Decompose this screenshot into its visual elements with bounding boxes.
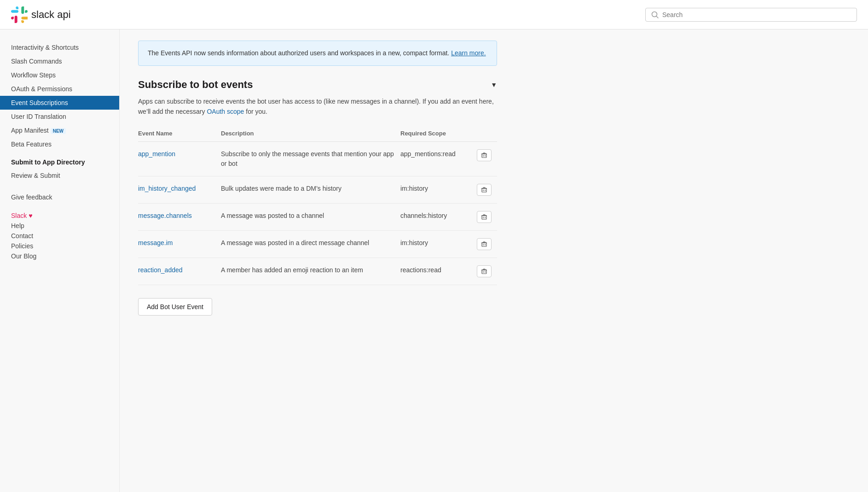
logo-text: slack api — [31, 9, 71, 21]
event-scope-3: im:history — [400, 230, 474, 258]
search-icon — [651, 11, 659, 18]
section-desc-part1: Apps can subscribe to receive events the… — [138, 98, 494, 115]
col-event-name: Event Name — [138, 126, 221, 142]
event-action-4 — [474, 258, 497, 285]
event-scope-2: channels:history — [400, 203, 474, 230]
layout: Interactivity & Shortcuts Slash Commands… — [0, 29, 868, 492]
section-desc-part2: for you. — [244, 108, 267, 115]
sidebar-nav-item-review-submit[interactable]: Review & Submit — [0, 169, 119, 182]
info-banner: The Events API now sends information abo… — [138, 41, 497, 66]
sidebar-section-title: Submit to App Directory — [0, 151, 119, 169]
table-row: im_history_changed Bulk updates were mad… — [138, 176, 497, 203]
footer-help[interactable]: Help — [11, 222, 108, 229]
trash-icon — [481, 152, 487, 158]
delete-button-2[interactable] — [477, 211, 492, 223]
event-desc-3: A message was posted in a direct message… — [221, 230, 400, 258]
search-input[interactable] — [662, 11, 851, 18]
heart-icon: ♥ — [29, 212, 32, 219]
svg-rect-30 — [482, 270, 486, 274]
trash-icon — [481, 187, 487, 193]
footer-blog[interactable]: Our Blog — [11, 252, 108, 260]
event-desc-2: A message was posted to a channel — [221, 203, 400, 230]
section-description: Apps can subscribe to receive events the… — [138, 96, 497, 117]
delete-button-4[interactable] — [477, 265, 492, 277]
svg-rect-9 — [482, 188, 486, 192]
main-content: The Events API now sends information abo… — [120, 29, 515, 492]
sidebar-nav-item-workflow-steps[interactable]: Workflow Steps — [0, 68, 119, 82]
app-manifest-label: App Manifest — [11, 127, 49, 134]
table-row: reaction_added A member has added an emo… — [138, 258, 497, 285]
table-header: Event Name Description Required Scope — [138, 126, 497, 142]
table-body: app_mention Subscribe to only the messag… — [138, 141, 497, 285]
give-feedback-link[interactable]: Give feedback — [0, 190, 119, 201]
svg-rect-2 — [482, 154, 486, 158]
event-action-2 — [474, 203, 497, 230]
event-scope-0: app_mentions:read — [400, 141, 474, 176]
event-desc-0: Subscribe to only the message events tha… — [221, 141, 400, 176]
header: slack api — [0, 0, 868, 29]
search-box[interactable] — [645, 8, 857, 22]
event-name-3[interactable]: message.im — [138, 230, 221, 258]
slack-label: Slack — [11, 212, 27, 219]
col-required-scope: Required Scope — [400, 126, 474, 142]
sidebar-nav-item-app-manifest[interactable]: App ManifestNEW — [0, 123, 119, 137]
col-description: Description — [221, 126, 400, 142]
trash-icon — [481, 268, 487, 275]
svg-rect-23 — [482, 243, 486, 246]
oauth-scope-link[interactable]: OAuth scope — [207, 108, 244, 115]
table-row: message.channels A message was posted to… — [138, 203, 497, 230]
event-name-0[interactable]: app_mention — [138, 141, 221, 176]
info-banner-text: The Events API now sends information abo… — [148, 49, 449, 57]
event-desc-4: A member has added an emoji reaction to … — [221, 258, 400, 285]
add-bot-user-event-button[interactable]: Add Bot User Event — [138, 298, 212, 316]
delete-button-3[interactable] — [477, 238, 492, 250]
svg-line-1 — [656, 16, 658, 18]
table-row: message.im A message was posted in a dir… — [138, 230, 497, 258]
sidebar-nav-item-interactivity[interactable]: Interactivity & Shortcuts — [0, 41, 119, 54]
trash-icon — [481, 214, 487, 220]
sidebar-nav-item-beta-features[interactable]: Beta Features — [0, 137, 119, 151]
sidebar-nav-item-oauth[interactable]: OAuth & Permissions — [0, 82, 119, 96]
event-desc-1: Bulk updates were made to a DM’s history — [221, 176, 400, 203]
event-action-1 — [474, 176, 497, 203]
footer-contact[interactable]: Contact — [11, 232, 108, 240]
collapse-arrow-icon[interactable]: ▼ — [491, 81, 497, 88]
sidebar-nav-item-event-subscriptions[interactable]: Event Subscriptions — [0, 96, 119, 110]
event-scope-1: im:history — [400, 176, 474, 203]
event-name-4[interactable]: reaction_added — [138, 258, 221, 285]
learn-more-link[interactable]: Learn more. — [451, 49, 486, 57]
section-title: Subscribe to bot events — [138, 79, 253, 91]
event-scope-4: reactions:read — [400, 258, 474, 285]
events-table: Event Name Description Required Scope ap… — [138, 126, 497, 285]
sidebar: Interactivity & Shortcuts Slash Commands… — [0, 29, 120, 492]
delete-button-0[interactable] — [477, 149, 492, 161]
slack-heart-item[interactable]: Slack ♥ — [11, 212, 108, 219]
col-action — [474, 126, 497, 142]
footer-policies[interactable]: Policies — [11, 242, 108, 250]
new-badge: NEW — [51, 128, 66, 134]
event-name-1[interactable]: im_history_changed — [138, 176, 221, 203]
sidebar-footer: Slack ♥ Help Contact Policies Our Blog — [0, 201, 119, 260]
event-action-0 — [474, 141, 497, 176]
table-row: app_mention Subscribe to only the messag… — [138, 141, 497, 176]
logo: slack api — [11, 6, 71, 23]
event-name-2[interactable]: message.channels — [138, 203, 221, 230]
event-action-3 — [474, 230, 497, 258]
table-header-row: Event Name Description Required Scope — [138, 126, 497, 142]
sidebar-nav-item-slash-commands[interactable]: Slash Commands — [0, 54, 119, 68]
svg-rect-16 — [482, 216, 486, 219]
delete-button-1[interactable] — [477, 184, 492, 196]
section-header: Subscribe to bot events ▼ — [138, 79, 497, 91]
sidebar-nav-item-user-id-translation[interactable]: User ID Translation — [0, 110, 119, 123]
slack-logo-icon — [11, 6, 28, 23]
trash-icon — [481, 241, 487, 247]
